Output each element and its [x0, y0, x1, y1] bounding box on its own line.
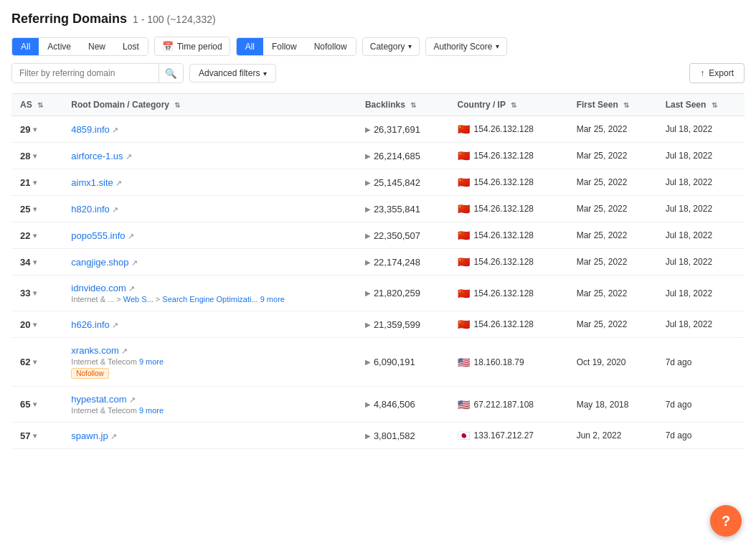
row-expand-icon[interactable]: ▾ [33, 126, 37, 133]
cell-as: 21▾ [11, 169, 62, 196]
cell-backlinks: ▶26,214,685 [356, 143, 449, 169]
row-expand-icon[interactable]: ▾ [33, 432, 37, 440]
cell-domain: aimx1.site↗ [62, 169, 356, 196]
cell-domain: cangjige.shop↗ [62, 249, 356, 276]
tab-new[interactable]: New [80, 38, 114, 55]
sort-icon-as[interactable]: ⇅ [37, 101, 43, 109]
domain-link[interactable]: idnvideo.com [71, 283, 126, 293]
expand-icon: ▶ [365, 126, 371, 133]
row-expand-icon[interactable]: ▾ [33, 232, 37, 240]
domain-link[interactable]: xranks.com [71, 345, 118, 356]
row-expand-icon[interactable]: ▾ [33, 179, 37, 187]
link-tab-all[interactable]: All [237, 38, 263, 55]
tab-active[interactable]: Active [39, 38, 80, 55]
link-tab-follow[interactable]: Follow [263, 38, 306, 55]
row-expand-icon[interactable]: ▾ [33, 205, 37, 213]
domain-link[interactable]: 4859.info [71, 124, 110, 135]
cell-last-seen: Jul 18, 2022 [657, 249, 745, 276]
help-button[interactable]: ? [710, 505, 742, 537]
authority-score-dropdown[interactable]: Authority Score ▾ [425, 37, 507, 56]
category-more[interactable]: 9 more [260, 295, 285, 303]
sort-icon-last-seen[interactable]: ⇅ [712, 101, 717, 109]
advanced-filters-button[interactable]: Advanced filters ▾ [189, 64, 276, 83]
sort-icon-domain[interactable]: ⇅ [174, 101, 180, 109]
domain-link[interactable]: popo555.info [71, 230, 125, 241]
cell-first-seen: Mar 25, 2022 [568, 222, 657, 249]
category-text: Internet & ... > Web S... > Search Engin… [71, 295, 348, 303]
cell-first-seen: Mar 25, 2022 [568, 311, 657, 338]
country-flag: 🇨🇳 [458, 123, 470, 135]
expand-icon: ▶ [365, 358, 371, 366]
page-count: 1 - 100 (~124,332) [133, 14, 216, 25]
row-expand-icon[interactable]: ▾ [33, 258, 37, 266]
tab-all[interactable]: All [12, 38, 39, 55]
filter-row-2: 🔍 Advanced filters ▾ ↑ Export [11, 63, 745, 83]
category-dropdown[interactable]: Category ▾ [362, 37, 420, 56]
as-value: 62 [20, 357, 30, 367]
cell-backlinks: ▶21,820,259 [356, 276, 449, 311]
cell-country: 🇺🇸18.160.18.79 [449, 338, 568, 387]
sort-icon-backlinks[interactable]: ⇅ [410, 101, 416, 109]
row-expand-icon[interactable]: ▾ [33, 321, 37, 329]
category-link[interactable]: Web S... [123, 295, 153, 303]
th-as: AS ⇅ [11, 94, 62, 116]
cell-backlinks: ▶6,090,191 [356, 338, 449, 387]
table-row: 20▾h626.info↗▶21,359,599🇨🇳154.26.132.128… [11, 311, 745, 338]
link-tab-nofollow[interactable]: Nofollow [306, 38, 356, 55]
domain-link[interactable]: h820.info [71, 204, 110, 215]
th-last-seen: Last Seen ⇅ [657, 94, 745, 116]
country-flag: 🇨🇳 [458, 230, 470, 241]
cell-domain: h820.info↗ [62, 196, 356, 222]
domain-link[interactable]: h626.info [71, 319, 110, 330]
domain-link[interactable]: aimx1.site [71, 177, 113, 188]
cell-backlinks: ▶26,317,691 [356, 116, 449, 143]
as-value: 28 [20, 151, 30, 161]
chevron-down-icon: ▾ [408, 42, 412, 50]
external-link-icon: ↗ [131, 258, 138, 267]
cell-last-seen: Jul 18, 2022 [657, 169, 745, 196]
sort-icon-first-seen[interactable]: ⇅ [623, 101, 629, 109]
time-period-dropdown[interactable]: 📅 Time period [154, 37, 230, 56]
sort-icon-country[interactable]: ⇅ [511, 101, 516, 109]
domain-link[interactable]: hypestat.com [71, 394, 126, 405]
expand-icon: ▶ [365, 179, 371, 187]
cell-last-seen: Jul 18, 2022 [657, 222, 745, 249]
backlinks-value: 23,355,841 [374, 204, 420, 215]
row-expand-icon[interactable]: ▾ [33, 289, 37, 297]
cell-country: 🇯🇵133.167.212.27 [449, 423, 568, 449]
row-expand-icon[interactable]: ▾ [33, 400, 37, 408]
row-expand-icon[interactable]: ▾ [33, 152, 37, 160]
domain-link[interactable]: airforce-1.us [71, 151, 123, 161]
cell-last-seen: Jul 18, 2022 [657, 196, 745, 222]
cell-last-seen: Jul 18, 2022 [657, 276, 745, 311]
cell-backlinks: ▶25,145,842 [356, 169, 449, 196]
as-value: 57 [20, 430, 30, 441]
backlinks-value: 22,350,507 [374, 230, 420, 241]
authority-score-label: Authority Score [433, 42, 492, 52]
backlinks-value: 22,174,248 [374, 257, 420, 268]
cell-backlinks: ▶4,846,506 [356, 387, 449, 423]
domain-link[interactable]: spawn.jp [71, 430, 108, 441]
ip-address: 154.26.132.128 [474, 124, 534, 134]
cell-country: 🇨🇳154.26.132.128 [449, 222, 568, 249]
search-button[interactable]: 🔍 [159, 65, 183, 83]
cell-as: 22▾ [11, 222, 62, 249]
cell-last-seen: 7d ago [657, 423, 745, 449]
cell-domain: hypestat.com↗Internet & Telecom 9 more [62, 387, 356, 423]
backlinks-value: 21,820,259 [374, 288, 420, 298]
domain-link[interactable]: cangjige.shop [71, 257, 128, 268]
search-input[interactable] [12, 64, 159, 83]
category-more[interactable]: 9 more [139, 406, 164, 415]
cell-country: 🇺🇸67.212.187.108 [449, 387, 568, 423]
backlinks-value: 3,801,582 [374, 430, 415, 441]
tab-lost[interactable]: Lost [114, 38, 148, 55]
row-expand-icon[interactable]: ▾ [33, 358, 37, 366]
ip-address: 154.26.132.128 [474, 319, 534, 329]
ip-address: 154.26.132.128 [474, 177, 534, 187]
table-row: 33▾idnvideo.com↗Internet & ... > Web S..… [11, 276, 745, 311]
main-container: Referring Domains 1 - 100 (~124,332) All… [0, 0, 756, 551]
export-button[interactable]: ↑ Export [689, 63, 745, 83]
ip-address: 18.160.18.79 [474, 357, 524, 367]
category-more[interactable]: 9 more [139, 357, 164, 366]
category-link-2[interactable]: Search Engine Optimizati... [162, 295, 257, 303]
